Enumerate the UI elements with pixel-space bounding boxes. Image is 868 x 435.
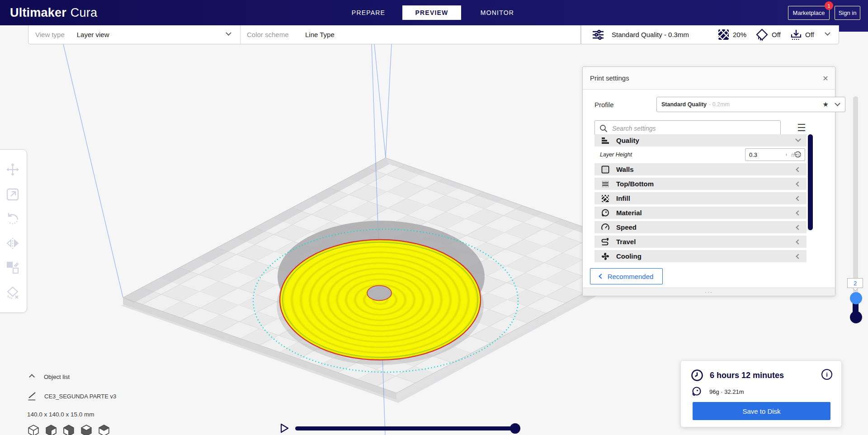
- chevron-left-icon: [796, 239, 801, 244]
- close-icon[interactable]: ✕: [821, 73, 830, 83]
- tab-monitor[interactable]: MONITOR: [470, 5, 524, 20]
- support-icon: [756, 28, 768, 41]
- app-logo: Ultimaker Cura: [10, 0, 97, 25]
- signin-button[interactable]: Sign in: [835, 6, 860, 20]
- rotate-tool[interactable]: [5, 212, 20, 226]
- spool-icon: [691, 386, 702, 397]
- category-speed[interactable]: Speed: [594, 221, 807, 233]
- logo-cura: Cura: [71, 6, 97, 20]
- travel-icon: [601, 237, 610, 246]
- object-list-panel: Object list CE3_SEGUNDA PARTE v3 140.0 x…: [27, 374, 116, 435]
- object-list-item[interactable]: CE3_SEGUNDA PARTE v3: [27, 391, 116, 401]
- play-icon[interactable]: [278, 422, 290, 434]
- move-tool[interactable]: [5, 162, 20, 177]
- view-left[interactable]: [80, 424, 93, 435]
- material-icon: [601, 208, 610, 218]
- print-settings-header[interactable]: Print settings ✕: [583, 67, 835, 90]
- category-speed-label: Speed: [616, 223, 797, 231]
- tab-prepare[interactable]: PREPARE: [341, 5, 396, 20]
- config-chevron-icon[interactable]: [825, 30, 830, 36]
- layer-height-input[interactable]: [745, 151, 786, 158]
- recommended-button[interactable]: Recommended: [590, 268, 663, 284]
- chevron-left-icon: [796, 254, 801, 259]
- slope-icon: [27, 391, 37, 401]
- speed-icon: [601, 223, 610, 232]
- print-settings-title: Print settings: [590, 74, 629, 82]
- category-material-label: Material: [616, 209, 797, 217]
- category-cooling[interactable]: Cooling: [594, 250, 807, 262]
- category-top-bottom[interactable]: Top/Bottom: [594, 178, 807, 190]
- config-support-value: Off: [772, 31, 781, 38]
- infill-category-icon: [601, 194, 610, 203]
- info-icon[interactable]: i: [821, 369, 832, 380]
- view-top[interactable]: [62, 424, 75, 435]
- category-walls[interactable]: Walls: [594, 163, 807, 175]
- mirror-tool[interactable]: [5, 236, 20, 251]
- object-list-header[interactable]: Object list: [27, 374, 116, 380]
- simulation-slider-track[interactable]: [295, 426, 515, 430]
- category-quality-label: Quality: [616, 137, 796, 144]
- profile-value: Standard Quality: [661, 101, 707, 108]
- scale-tool[interactable]: [5, 187, 20, 202]
- logo-ultimaker: Ultimaker: [10, 6, 66, 20]
- search-icon: [599, 124, 608, 132]
- marketplace-button[interactable]: Marketplace: [788, 6, 830, 20]
- print-config-bar[interactable]: Standard Quality - 0.3mm 20% Off Off: [581, 25, 839, 44]
- config-adhesion-value: Off: [805, 31, 814, 38]
- profile-dropdown[interactable]: Standard Quality - 0.2mm ★: [656, 97, 845, 112]
- model-center-hole: [367, 286, 392, 301]
- object-dimensions: 140.0 x 140.0 x 15.0 mm: [27, 411, 116, 418]
- simulation-slider-handle[interactable]: [510, 423, 520, 434]
- object-name: CE3_SEGUNDA PARTE v3: [44, 393, 116, 400]
- chevron-left-icon: [796, 167, 801, 172]
- sliders-icon: [592, 29, 604, 40]
- category-walls-label: Walls: [616, 165, 797, 173]
- view-front[interactable]: [45, 424, 57, 435]
- top-bottom-icon: [601, 180, 610, 189]
- layer-value-label: 2: [847, 278, 863, 288]
- marketplace-badge: 1: [825, 1, 833, 10]
- print-settings-panel: Print settings ✕ Profile Standard Qualit…: [582, 66, 835, 296]
- tool-panel: [0, 149, 27, 313]
- profile-label: Profile: [594, 101, 614, 109]
- chevron-up-icon: [29, 374, 35, 380]
- print-time-estimate: 6 hours 12 minutes: [710, 371, 784, 380]
- profile-suffix: - 0.2mm: [709, 101, 730, 108]
- cooling-icon: [601, 252, 610, 261]
- view-options-bar: View type Layer view Color scheme Line T…: [28, 25, 581, 44]
- category-travel[interactable]: Travel: [594, 236, 807, 248]
- category-travel-label: Travel: [616, 238, 797, 246]
- walls-icon: [601, 165, 610, 174]
- save-to-disk-button[interactable]: Save to Disk: [693, 402, 830, 420]
- config-infill-value: 20%: [733, 31, 746, 38]
- setting-layer-height: Layer Height mm: [594, 148, 807, 161]
- category-infill[interactable]: Infill: [594, 192, 807, 204]
- app-header: Ultimaker Cura PREPARE PREVIEW MONITOR M…: [0, 0, 868, 25]
- panel-scrollbar[interactable]: [808, 134, 813, 230]
- layer-height-input-wrap: mm: [745, 148, 805, 161]
- object-list-label: Object list: [44, 374, 70, 380]
- per-model-settings-tool[interactable]: [5, 260, 20, 275]
- menu-icon[interactable]: ☰: [797, 122, 806, 134]
- search-input[interactable]: [612, 125, 766, 132]
- category-quality[interactable]: Quality: [594, 134, 807, 147]
- view-right[interactable]: [98, 424, 110, 435]
- panel-resize-handle[interactable]: ···: [583, 288, 835, 296]
- layer-slider-bottom-handle[interactable]: [850, 311, 862, 323]
- category-material[interactable]: Material: [594, 207, 807, 219]
- chevron-left-icon: [796, 196, 801, 201]
- view-type-label: View type: [35, 31, 65, 38]
- view-type-chevron-icon[interactable]: [226, 30, 231, 36]
- support-blocker-tool[interactable]: [5, 285, 20, 300]
- layer-slider-top-handle[interactable]: [850, 292, 862, 304]
- star-icon[interactable]: ★: [823, 100, 829, 109]
- profile-chevron-icon: [835, 100, 840, 106]
- print-job-card: 6 hours 12 minutes i 96g · 32.21m Save t…: [680, 360, 842, 427]
- view-3d[interactable]: [27, 424, 40, 435]
- tab-preview[interactable]: PREVIEW: [402, 5, 461, 20]
- view-type-value[interactable]: Layer view: [77, 31, 109, 38]
- chevron-down-icon: [795, 136, 801, 142]
- header-notch: [839, 25, 868, 32]
- infill-icon: [718, 29, 729, 40]
- color-scheme-value[interactable]: Line Type: [305, 31, 335, 38]
